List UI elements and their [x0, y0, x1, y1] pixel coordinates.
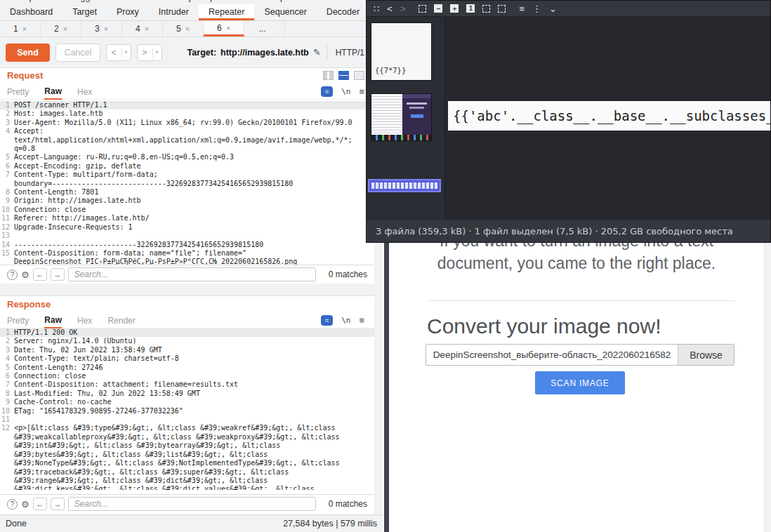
target-display: Target: http://images.late.htb ✎	[187, 47, 321, 58]
repeater-tab[interactable]: 2 ×	[41, 21, 81, 36]
code-row: 11	[0, 415, 374, 424]
code-row: 1 POST /scanner HTTP/1.1	[0, 101, 374, 109]
search-input[interactable]	[68, 267, 316, 281]
chevron-down-icon[interactable]: ▾	[153, 49, 162, 55]
close-icon[interactable]: ×	[185, 25, 190, 33]
search-input[interactable]	[68, 497, 316, 511]
scrollbar[interactable]	[764, 225, 771, 532]
line-text: Accept:	[14, 127, 374, 135]
view-tab[interactable]: Pretty	[7, 84, 29, 100]
list-view-icon[interactable]: ≡	[519, 4, 525, 14]
view-tab[interactable]: Hex	[77, 84, 92, 100]
close-icon[interactable]: ×	[63, 25, 67, 33]
editor-menu-icon[interactable]: ≡	[359, 86, 364, 97]
pretty-print-icon[interactable]: ≈	[321, 86, 333, 97]
burp-menu-tab[interactable]: Sequencer	[254, 4, 316, 20]
back-icon[interactable]: <	[387, 4, 393, 14]
burp-menu-tab[interactable]: Decoder	[317, 4, 369, 20]
send-button[interactable]: Send	[6, 44, 50, 62]
forward-icon[interactable]: >	[400, 4, 406, 14]
mini-text	[409, 107, 424, 109]
code-row: &#39;weakcallableproxy&#39;&gt;, &lt;cla…	[0, 433, 374, 441]
burp-menu-tab[interactable]: Dashboard	[0, 4, 62, 20]
close-icon[interactable]: ×	[145, 25, 149, 33]
repeater-tab[interactable]: 5 ×	[163, 21, 204, 36]
pretty-print-icon[interactable]: ≈	[321, 315, 333, 326]
history-back-button[interactable]: < ▾	[106, 44, 131, 61]
zoom-fit-icon[interactable]	[419, 5, 426, 13]
line-text: &#39;dict_keys&#39;&gt;, &lt;class &#39;…	[14, 485, 374, 490]
show-newlines-icon[interactable]: \n	[341, 87, 350, 96]
view-tab[interactable]: Render	[107, 313, 135, 328]
view-tab[interactable]: Pretty	[7, 313, 29, 328]
view-layout-toggles	[323, 71, 364, 80]
match-count: 0 matches	[319, 270, 367, 279]
help-icon[interactable]: ?	[7, 499, 18, 510]
browse-button[interactable]: Browse	[678, 345, 734, 365]
fullscreen-icon[interactable]	[482, 5, 490, 13]
layout-single-icon[interactable]	[354, 71, 364, 80]
code-row: 5 Accept-Language: ru-RU,ru;q=0.8,en-US;…	[0, 153, 374, 161]
history-forward-button[interactable]: > ▾	[137, 44, 162, 61]
zoom-100-icon[interactable]: 1	[466, 4, 475, 13]
view-tab[interactable]: Raw	[44, 313, 62, 328]
code-row: 6 Accept-Encoding: gzip, deflate	[0, 162, 374, 171]
editor-menu-icon[interactable]: ≡	[359, 315, 364, 326]
line-number: 12	[0, 223, 14, 232]
code-row: 4 Content-Type: text/plain; charset=utf-…	[0, 354, 374, 363]
show-newlines-icon[interactable]: \n	[341, 316, 350, 325]
close-icon[interactable]: ×	[22, 25, 27, 33]
edit-pencil-icon[interactable]: ✎	[313, 47, 321, 58]
response-editor[interactable]: 1 HTTP/1.1 200 OK 2 Server: nginx/1.14.0…	[0, 328, 374, 490]
layout-columns-icon[interactable]	[323, 71, 334, 80]
burp-menu-tab[interactable]: Target	[62, 4, 107, 20]
next-match-icon[interactable]: →	[51, 498, 65, 510]
repeater-tab[interactable]: ...	[244, 21, 285, 36]
gear-icon[interactable]: ⚙	[21, 270, 29, 280]
view-tab[interactable]: Hex	[77, 313, 92, 328]
view-tab[interactable]: Raw	[44, 84, 62, 100]
chevron-down-icon[interactable]: ▾	[122, 49, 131, 55]
prev-match-icon[interactable]: ←	[33, 498, 47, 510]
thumbnail-screenshot[interactable]	[371, 93, 432, 141]
back-arrow-icon[interactable]: <	[107, 48, 122, 58]
grid-view-icon[interactable]: ∷	[374, 4, 379, 14]
forward-arrow-icon[interactable]: >	[138, 48, 153, 58]
repeater-tab[interactable]: 4 ×	[122, 21, 163, 36]
thumbnail-selected-image[interactable]	[368, 179, 441, 192]
page-title: Convert your image now!	[427, 314, 661, 338]
zoom-out-icon[interactable]: −	[434, 4, 442, 13]
line-number: 6	[0, 162, 14, 171]
line-text: User-Agent: Mozilla/5.0 (X11; Linux x86_…	[14, 119, 374, 127]
line-text: text/html,application/xhtml+xml,applicat…	[14, 136, 374, 145]
cancel-button[interactable]: Cancel	[55, 44, 100, 62]
layout-rows-icon[interactable]	[338, 71, 349, 80]
chevron-down-icon[interactable]: ⌄	[549, 4, 557, 14]
close-icon[interactable]: ×	[226, 24, 230, 32]
thumbnail-payload-image[interactable]: {{7*7}}${7*7}<%= 7*7 %>${{7*7}}	[371, 22, 432, 81]
image-preview[interactable]: {{'abc'.__class__.__base__.__subclasses_…	[448, 101, 770, 131]
gear-icon[interactable]: ⚙	[21, 499, 29, 510]
http-version-toggle[interactable]: HTTP/1	[327, 45, 369, 60]
mini-text	[407, 102, 427, 105]
scan-image-button[interactable]: SCAN IMAGE	[535, 371, 625, 394]
fit-window-icon[interactable]	[498, 5, 506, 13]
file-input[interactable]: DeepinScreenshot_выберите-область_202206…	[426, 344, 734, 366]
burp-menu-tab[interactable]: Proxy	[107, 4, 149, 20]
prev-match-icon[interactable]: ←	[33, 268, 47, 281]
burp-menu-tab[interactable]: Repeater	[199, 4, 254, 20]
code-row: 4 Accept:	[0, 127, 374, 135]
burp-menu-tab[interactable]: Intruder	[149, 4, 199, 20]
close-icon[interactable]: ×	[104, 25, 108, 33]
request-editor[interactable]: 1 POST /scanner HTTP/1.1 2 Host: images.…	[0, 101, 374, 265]
zoom-in-icon[interactable]: +	[450, 4, 459, 13]
line-text: <p>[&lt;class &#39;type&#39;&gt;, &lt;cl…	[14, 424, 374, 432]
repeater-tab[interactable]: 3 ×	[81, 21, 122, 36]
help-icon[interactable]: ?	[7, 270, 18, 280]
kebab-menu-icon[interactable]: ⋮	[532, 4, 541, 14]
repeater-tab[interactable]: 1 ×	[0, 21, 41, 36]
code-row: q=0.8	[0, 145, 374, 153]
response-tab-group: PrettyRawHexRender	[7, 313, 136, 328]
next-match-icon[interactable]: →	[51, 268, 65, 281]
repeater-tab[interactable]: 6 ×	[204, 21, 244, 36]
